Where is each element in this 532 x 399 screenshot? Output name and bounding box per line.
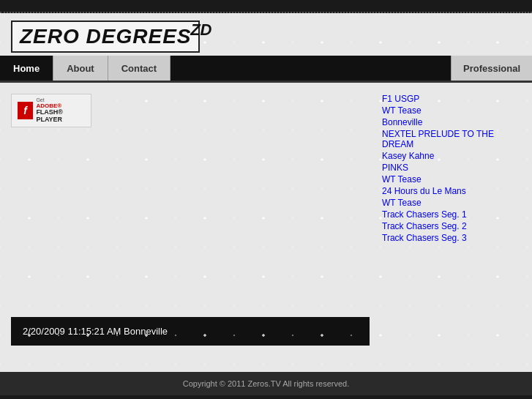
nav-tab-about[interactable]: About [53,56,108,81]
list-item: Track Chasers Seg. 1 [382,209,521,220]
logo-box: ZERO DEGREES ZD [11,20,200,53]
list-item: NEXTEL PRELUDE TO THE DREAM [382,129,521,149]
bottom-border [0,395,532,399]
list-item: Track Chasers Seg. 2 [382,221,521,231]
video-link[interactable]: WT Tease [382,105,521,116]
top-border [0,0,532,13]
list-item: WT Tease [382,198,521,208]
list-item: Kasey Kahne [382,151,521,161]
main-content: ZERO DEGREES ZD Home About Contact Profe… [0,13,532,372]
video-link[interactable]: Bonneville [382,117,521,127]
flash-icon: f [18,102,33,119]
right-panel: F1 USGPWT TeaseBonnevilleNEXTEL PRELUDE … [375,94,521,299]
footer-text: Copyright © 2011 Zeros.TV All rights res… [183,379,350,388]
footer: Copyright © 2011 Zeros.TV All rights res… [0,372,532,395]
flash-text-block: Get ADOBE® FLASH® PLAYER [36,97,85,124]
status-text: 2/20/2009 11:15:21 AM Bonneville [23,326,168,337]
list-item: WT Tease [382,105,521,116]
nav-bar: Home About Contact Professional [0,56,532,81]
nav-tab-home[interactable]: Home [0,56,53,81]
video-link[interactable]: Track Chasers Seg. 2 [382,221,521,231]
nav-professional[interactable]: Professional [451,56,532,81]
flash-badge[interactable]: f Get ADOBE® FLASH® PLAYER [11,94,91,127]
content-area: f Get ADOBE® FLASH® PLAYER F1 USGPWT Tea… [0,83,532,310]
video-link[interactable]: Track Chasers Seg. 1 [382,209,521,220]
video-link[interactable]: WT Tease [382,174,521,184]
video-link[interactable]: Kasey Kahne [382,151,521,161]
video-link[interactable]: PINKS [382,163,521,173]
list-item: Bonneville [382,117,521,127]
video-link[interactable]: NEXTEL PRELUDE TO THE DREAM [382,129,521,149]
video-link[interactable]: WT Tease [382,198,521,208]
video-link[interactable]: Track Chasers Seg. 3 [382,233,521,243]
video-link[interactable]: 24 Hours du Le Mans [382,186,521,196]
list-item: WT Tease [382,174,521,184]
logo-zd: ZD [190,20,211,40]
status-bar: 2/20/2009 11:15:21 AM Bonneville [11,317,370,346]
header-area: ZERO DEGREES ZD [0,13,532,53]
list-item: Track Chasers Seg. 3 [382,233,521,243]
video-list: F1 USGPWT TeaseBonnevilleNEXTEL PRELUDE … [382,94,521,243]
list-item: 24 Hours du Le Mans [382,186,521,196]
left-panel: f Get ADOBE® FLASH® PLAYER [11,94,375,299]
list-item: PINKS [382,163,521,173]
nav-spacer [171,56,451,81]
nav-tab-contact[interactable]: Contact [108,56,171,81]
list-item: F1 USGP [382,94,521,104]
logo-text: ZERO DEGREES [20,25,191,48]
video-link[interactable]: F1 USGP [382,94,521,104]
